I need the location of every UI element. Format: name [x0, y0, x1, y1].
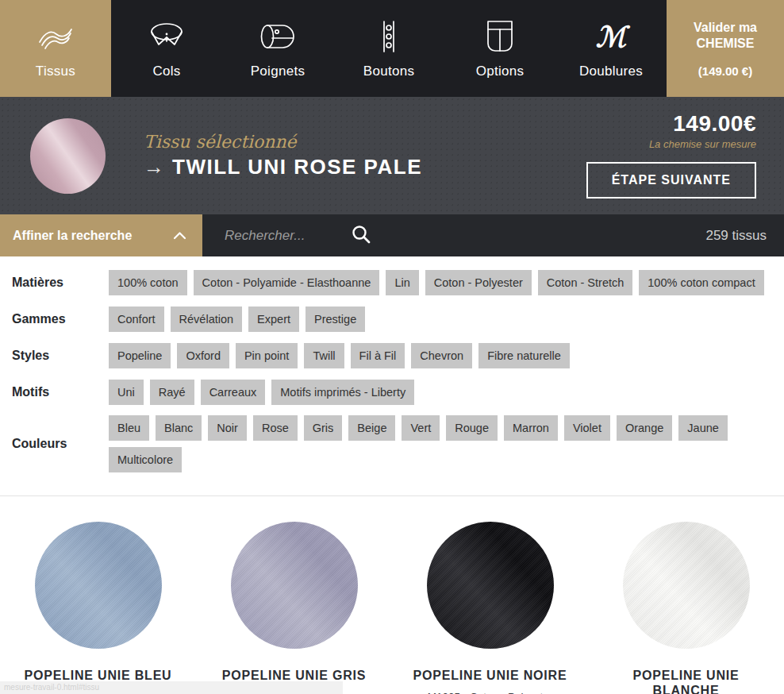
tab-cols[interactable]: Cols — [111, 0, 222, 97]
product-card[interactable]: POPELINE UNIE GRIS PINCHARDM1004 - Coton… — [196, 522, 392, 694]
filter-chip[interactable]: Twill — [304, 343, 344, 368]
fabric-swatch[interactable] — [35, 522, 162, 649]
fabric-name: POPELINE UNIE NOIRE — [405, 668, 575, 683]
validate-shirt-button[interactable]: Valider ma CHEMISE (149.00 €) — [667, 0, 784, 97]
buttons-icon — [370, 18, 408, 55]
filter-category-label: Gammes — [0, 312, 109, 326]
filter-chip[interactable]: Violet — [564, 415, 610, 441]
filter-row: GammesConfortRévélationExpertPrestige — [0, 306, 784, 332]
product-card[interactable]: POPELINE UNIE NOIREM1005 - Coton - Polye… — [392, 522, 588, 694]
filter-chip[interactable]: Popeline — [109, 343, 171, 368]
filter-chip[interactable]: Bleu — [109, 415, 149, 441]
filter-chip[interactable]: Multicolore — [109, 447, 182, 472]
filter-chip[interactable]: Carreaux — [201, 380, 266, 405]
filter-chip-group: BleuBlancNoirRoseGrisBeigeVertRougeMarro… — [109, 415, 784, 472]
fabric-swatch[interactable] — [623, 522, 750, 649]
fabric-code: M1005 - Coton - Polyester — [428, 691, 553, 694]
search-icon[interactable] — [348, 221, 375, 250]
filter-chip[interactable]: Orange — [617, 415, 672, 441]
refine-search-label: Affiner la recherche — [13, 229, 132, 243]
filter-chip-group: 100% cotonCoton - Polyamide - Elasthoann… — [109, 270, 764, 295]
pocket-icon — [482, 18, 518, 55]
filter-chip[interactable]: Prestige — [306, 307, 365, 332]
arrow-right-icon: → — [144, 155, 164, 179]
product-card[interactable]: POPELINE UNIE BLEU CHARRONM1002 - 100% c… — [0, 522, 196, 694]
price-caption: La chemise sur mesure — [586, 138, 756, 150]
tab-label: Tissus — [36, 64, 75, 79]
filter-chip[interactable]: Coton - Polyamide - Elasthoanne — [194, 270, 380, 295]
fabric-icon — [37, 18, 74, 55]
fabric-swatch[interactable] — [231, 522, 358, 649]
filter-row: CouleursBleuBlancNoirRoseGrisBeigeVertRo… — [0, 415, 784, 472]
fabric-grid: POPELINE UNIE BLEU CHARRONM1002 - 100% c… — [0, 496, 784, 694]
filter-chip-group: PopelineOxfordPin pointTwillFil à FilChe… — [109, 343, 570, 368]
tab-label: Doublures — [579, 64, 643, 79]
next-step-button[interactable]: ÉTAPE SUIVANTE — [586, 162, 756, 199]
selected-fabric-header: Tissu sélectionné → TWILL UNI ROSE PALE … — [0, 97, 784, 214]
filter-chip[interactable]: Chevron — [411, 343, 472, 368]
filter-chip[interactable]: 100% coton compact — [639, 270, 763, 295]
validate-price: (149.00 €) — [698, 64, 752, 78]
filter-category-label: Motifs — [0, 385, 109, 399]
chevron-up-icon — [173, 229, 186, 243]
filter-chip[interactable]: Rose — [253, 415, 298, 441]
filter-category-label: Styles — [0, 349, 109, 363]
monogram-icon: ℳ — [596, 18, 627, 55]
filter-row: Matières100% cotonCoton - Polyamide - El… — [0, 269, 784, 295]
filter-category-label: Matières — [0, 276, 109, 290]
filter-chip[interactable]: Fibre naturelle — [478, 343, 570, 368]
selected-fabric-name: TWILL UNI ROSE PALE — [172, 155, 422, 179]
fabric-count: 259 tissus — [705, 228, 784, 244]
filter-chip-group: ConfortRévélationExpertPrestige — [109, 307, 365, 332]
filter-chip[interactable]: Beige — [348, 415, 395, 441]
tab-label: Options — [476, 64, 525, 79]
filter-chip[interactable]: Uni — [109, 380, 144, 405]
fabric-swatch[interactable] — [427, 522, 554, 649]
filter-chip[interactable]: Fil à Fil — [351, 343, 405, 368]
selected-fabric-caption: Tissu sélectionné — [144, 132, 422, 152]
filter-chip[interactable]: Vert — [402, 415, 440, 441]
main-nav: TissusColsPoignetsBoutonsOptionsℳDoublur… — [0, 0, 784, 97]
refine-search-toggle[interactable]: Affiner la recherche — [0, 214, 202, 256]
tab-options[interactable]: Options — [444, 0, 555, 97]
tab-label: Cols — [152, 64, 180, 79]
filter-chip[interactable]: 100% coton — [109, 270, 187, 295]
browser-status-bar: mesure-travail-0.html#tissu — [0, 681, 343, 694]
filter-chip[interactable]: Oxford — [177, 343, 229, 368]
nav-tabs: TissusColsPoignetsBoutonsOptionsℳDoublur… — [0, 0, 667, 97]
filter-search-bar: Affiner la recherche 259 tissus — [0, 214, 784, 256]
tab-boutons[interactable]: Boutons — [333, 0, 444, 97]
filter-chip[interactable]: Gris — [304, 415, 343, 441]
validate-line1: Valider ma — [694, 20, 757, 36]
filter-chip[interactable]: Marron — [504, 415, 558, 441]
filter-chip[interactable]: Blanc — [156, 415, 202, 441]
product-card[interactable]: POPELINE UNIE BLANCHEM1006 - Coton - Pol… — [588, 522, 784, 694]
filter-chip[interactable]: Expert — [248, 307, 299, 332]
filter-chip[interactable]: Confort — [109, 307, 164, 332]
filter-chip[interactable]: Coton - Polyester — [425, 270, 532, 295]
filter-category-label: Couleurs — [0, 437, 109, 451]
tab-tissus[interactable]: Tissus — [0, 0, 111, 97]
shirt-price: 149.00€ — [586, 111, 756, 137]
validate-line2: CHEMISE — [697, 36, 755, 52]
filter-chip[interactable]: Coton - Stretch — [538, 270, 633, 295]
filter-chip[interactable]: Pin point — [236, 343, 298, 368]
tab-label: Boutons — [363, 64, 414, 79]
selected-fabric-swatch — [30, 118, 106, 194]
filter-chip[interactable]: Rouge — [446, 415, 498, 441]
selected-fabric-info: Tissu sélectionné → TWILL UNI ROSE PALE — [144, 132, 422, 179]
collar-icon — [148, 18, 186, 55]
fabric-name: POPELINE UNIE BLANCHE — [601, 668, 771, 694]
tab-poignets[interactable]: Poignets — [222, 0, 333, 97]
filter-chip-group: UniRayéCarreauxMotifs imprimés - Liberty — [109, 380, 414, 405]
cuff-icon — [259, 18, 297, 55]
filter-row: MotifsUniRayéCarreauxMotifs imprimés - L… — [0, 379, 784, 405]
filter-chip[interactable]: Motifs imprimés - Liberty — [271, 380, 414, 405]
filter-chip[interactable]: Jaune — [678, 415, 728, 441]
search-input[interactable] — [225, 228, 348, 244]
tab-doublures[interactable]: ℳDoublures — [555, 0, 667, 97]
filter-chip[interactable]: Rayé — [150, 380, 194, 405]
filter-chip[interactable]: Lin — [386, 270, 418, 295]
filter-chip[interactable]: Révélation — [171, 307, 243, 332]
filter-chip[interactable]: Noir — [208, 415, 247, 441]
